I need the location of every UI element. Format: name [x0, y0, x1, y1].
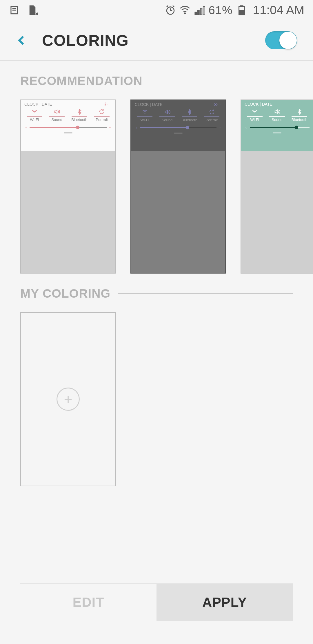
my-coloring-header: MY COLORING	[20, 287, 293, 301]
svg-point-21	[26, 127, 27, 128]
svg-text:×: ×	[35, 11, 38, 16]
wifi-icon	[179, 5, 190, 16]
page-title: COLORING	[42, 31, 129, 49]
chevron-down-icon	[108, 126, 112, 129]
svg-point-24	[221, 104, 221, 104]
qs-bluetooth-label: Bluetooth	[68, 117, 91, 122]
svg-point-23	[221, 104, 221, 104]
theme-card-light[interactable]: CLOCK | DATE Wi-Fi Sound Bluetooth Portr…	[20, 100, 116, 274]
svg-point-26	[136, 127, 137, 129]
gear-icon	[214, 102, 218, 106]
status-time: 11:04 AM	[253, 3, 304, 17]
qs-clock-date: CLOCK | DATE	[24, 102, 52, 106]
sim-icon: ×	[27, 5, 38, 16]
sound-icon	[164, 109, 170, 115]
wifi-icon	[252, 108, 258, 115]
svg-rect-10	[195, 12, 197, 15]
status-bar: × 61% 11:04 AM	[0, 0, 313, 20]
svg-point-25	[221, 104, 221, 105]
svg-rect-12	[201, 8, 202, 15]
notification-icon	[9, 5, 20, 16]
recommendation-list[interactable]: CLOCK | DATE Wi-Fi Sound Bluetooth Portr…	[20, 100, 313, 274]
svg-rect-13	[203, 6, 205, 15]
footer-bar: EDIT APPLY	[20, 583, 293, 621]
wifi-icon	[31, 108, 38, 115]
my-coloring-list: +	[20, 312, 293, 486]
svg-rect-15	[240, 6, 243, 6]
battery-percent: 61%	[208, 4, 232, 17]
rotate-icon	[99, 108, 105, 115]
theme-card-dark[interactable]: CLOCK | DATE Wi-Fi Sound Bluetooth Portr…	[130, 100, 226, 274]
page-header: COLORING	[0, 20, 313, 61]
svg-point-18	[111, 104, 111, 104]
qs-wifi-label: Wi-Fi	[23, 117, 46, 122]
sound-icon	[54, 108, 60, 115]
edit-button[interactable]: EDIT	[20, 584, 156, 621]
alarm-icon	[165, 5, 176, 16]
svg-point-17	[105, 104, 106, 105]
brightness-icon	[245, 126, 248, 129]
qs-wifi-label: Wi-Fi	[243, 117, 266, 122]
qs-bluetooth-label: Bluetooth	[288, 117, 311, 122]
more-icon	[111, 102, 112, 106]
svg-line-7	[167, 6, 168, 7]
theme-card-green[interactable]: CLOCK | DATE Wi-Fi Sound Bluetooth	[241, 100, 313, 274]
back-icon[interactable]	[16, 35, 28, 46]
qs-clock-date: CLOCK | DATE	[245, 102, 272, 106]
apply-button[interactable]: APPLY	[156, 584, 293, 621]
divider	[118, 293, 293, 294]
svg-point-27	[246, 127, 247, 128]
qs-sound-label: Sound	[266, 117, 288, 122]
svg-point-22	[215, 104, 216, 105]
chevron-down-icon	[218, 126, 222, 130]
divider	[150, 81, 293, 81]
qs-bluetooth-label: Bluetooth	[178, 118, 201, 122]
qs-portrait-label: Portrait	[201, 118, 223, 122]
wifi-icon	[142, 109, 148, 115]
battery-icon	[236, 5, 247, 16]
bluetooth-icon	[296, 108, 303, 115]
svg-line-8	[173, 6, 174, 7]
coloring-toggle[interactable]	[265, 31, 297, 49]
plus-icon: +	[57, 388, 80, 411]
bluetooth-icon	[186, 109, 193, 115]
add-coloring-button[interactable]: +	[20, 312, 116, 486]
brightness-icon	[24, 126, 28, 129]
svg-rect-16	[239, 10, 244, 14]
signal-icon	[194, 5, 205, 16]
svg-point-20	[111, 104, 111, 104]
rotate-icon	[209, 109, 215, 115]
recommendation-label: RECOMMENDATION	[20, 74, 143, 88]
toggle-knob	[279, 32, 297, 49]
qs-portrait-label: Portrait	[91, 117, 113, 122]
my-coloring-label: MY COLORING	[20, 287, 110, 301]
brightness-icon	[135, 126, 138, 130]
qs-clock-date: CLOCK | DATE	[135, 102, 163, 107]
more-icon	[221, 102, 222, 106]
svg-point-9	[184, 13, 186, 14]
qs-sound-label: Sound	[46, 117, 68, 122]
bluetooth-icon	[76, 108, 83, 115]
svg-point-19	[111, 104, 111, 104]
svg-rect-11	[198, 10, 199, 15]
qs-wifi-label: Wi-Fi	[134, 118, 156, 122]
sound-icon	[274, 108, 280, 115]
recommendation-header: RECOMMENDATION	[20, 74, 293, 88]
gear-icon	[104, 102, 108, 106]
qs-sound-label: Sound	[156, 118, 178, 122]
